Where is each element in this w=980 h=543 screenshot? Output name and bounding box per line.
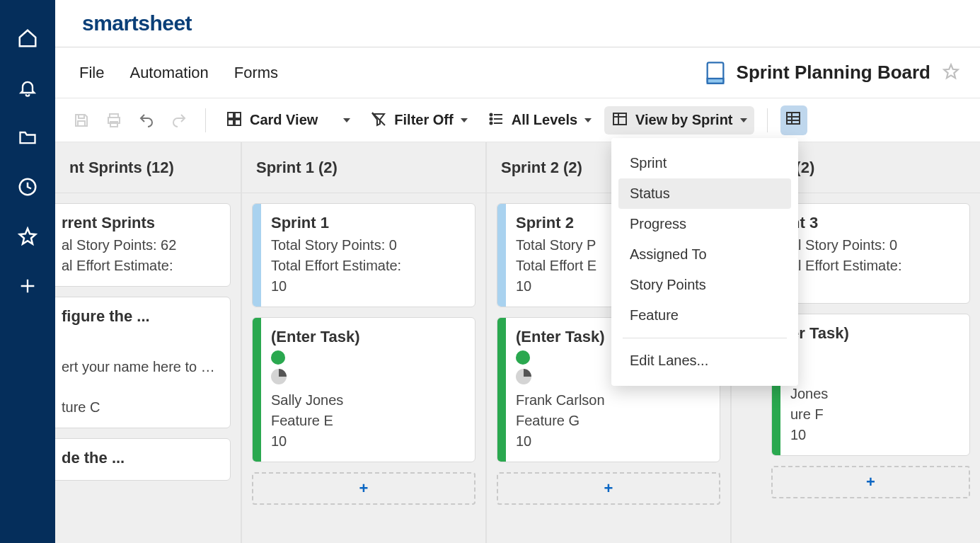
card-feature: Feature E — [271, 411, 462, 431]
plus-icon — [18, 276, 38, 296]
plus-label: + — [866, 473, 875, 491]
svg-rect-8 — [235, 113, 241, 118]
left-nav-rail — [0, 0, 55, 543]
card-summary[interactable]: Sprint 1 Total Story Points: 0 Total Eff… — [252, 203, 475, 307]
card-points: 10 — [271, 431, 462, 452]
svg-rect-2 — [707, 78, 723, 83]
card[interactable]: figure the ... ert your name here to us.… — [55, 297, 231, 428]
lane-current-sprints: nt Sprints (12) rrent Sprints al Story P… — [55, 142, 242, 543]
card-line: al Effort Estimate: — [790, 256, 957, 276]
card-points: 10 — [790, 425, 957, 445]
card-summary[interactable]: nt 3 al Story Points: 0 al Effort Estima… — [771, 203, 970, 304]
nav-notifications[interactable] — [0, 67, 55, 109]
lane-sprint-1: Sprint 1 (2) Sprint 1 Total Story Points… — [242, 142, 487, 543]
menubar: File Automation Forms Sprint Planning Bo… — [55, 47, 980, 98]
menu-file[interactable]: File — [79, 64, 104, 82]
favorite-toggle[interactable] — [942, 62, 960, 84]
svg-rect-10 — [235, 120, 241, 125]
dropdown-item-progress[interactable]: Progress — [618, 209, 791, 239]
card[interactable]: de the ... — [55, 438, 231, 481]
card-stripe — [497, 318, 506, 462]
filter-selector[interactable]: Filter Off — [363, 106, 474, 135]
card-title: Sprint 1 — [271, 214, 462, 232]
save-icon — [73, 112, 90, 129]
redo-icon — [171, 112, 188, 129]
card-summary[interactable]: rrent Sprints al Story Points: 62 al Eff… — [55, 203, 231, 287]
progress-pie-icon — [271, 369, 287, 384]
filter-icon — [370, 110, 387, 130]
plus-label: + — [359, 479, 369, 498]
board: nt Sprints (12) rrent Sprints al Story P… — [55, 142, 980, 543]
dropdown-edit-lanes[interactable]: Edit Lanes... — [618, 345, 791, 376]
view-mode-selector[interactable]: Card View — [219, 106, 357, 135]
save-button[interactable] — [68, 107, 95, 134]
nav-recents[interactable] — [0, 166, 55, 208]
menu-forms[interactable]: Forms — [234, 64, 278, 82]
card-line: 10 — [271, 276, 462, 297]
view-by-label: View by Sprint — [635, 112, 732, 128]
card-line: Total Effort Estimate: — [271, 256, 462, 276]
card-stripe — [253, 204, 261, 307]
svg-rect-9 — [228, 120, 234, 125]
card-points: 10 — [516, 431, 707, 452]
card-line: Total Story Points: 0 — [271, 235, 462, 256]
undo-button[interactable] — [133, 107, 160, 134]
dropdown-item-sprint[interactable]: Sprint — [618, 148, 791, 178]
lane-header[interactable]: Sprint 1 (2) — [242, 142, 485, 193]
nav-favorites[interactable] — [0, 215, 55, 258]
nav-home[interactable] — [0, 17, 55, 59]
add-card-button[interactable]: + — [252, 472, 475, 505]
bell-icon — [18, 78, 38, 98]
nav-browse[interactable] — [0, 116, 55, 159]
dropdown-item-feature[interactable]: Feature — [618, 300, 791, 331]
logo-row: smartsheet — [55, 0, 980, 47]
card-title: er Task) — [790, 324, 957, 343]
dropdown-item-status[interactable]: Status — [618, 178, 791, 209]
home-icon — [17, 28, 38, 49]
view-by-selector[interactable]: View by Sprint — [604, 106, 754, 135]
levels-label: All Levels — [512, 112, 577, 128]
columns-icon — [611, 110, 628, 130]
plus-label: + — [604, 479, 613, 498]
sheet-icon — [705, 61, 725, 85]
view-mode-label: Card View — [250, 112, 318, 128]
dropdown-item-assigned-to[interactable]: Assigned To — [618, 239, 791, 270]
undo-icon — [138, 112, 155, 129]
print-button[interactable] — [100, 107, 127, 134]
card-assignee: Frank Carlson — [516, 390, 707, 411]
lane-header[interactable]: nt Sprints (12) — [55, 142, 241, 193]
card-line: ert your name here to us... — [62, 357, 217, 377]
add-card-button[interactable]: + — [497, 472, 720, 505]
menu-automation[interactable]: Automation — [129, 64, 208, 82]
dropdown-separator — [623, 338, 787, 338]
card-line: ture C — [62, 397, 217, 418]
dropdown-item-story-points[interactable]: Story Points — [618, 270, 791, 300]
nav-create[interactable] — [0, 265, 55, 307]
card-title: rrent Sprints — [62, 214, 217, 232]
card-title: figure the ... — [62, 307, 217, 326]
filter-label: Filter Off — [394, 112, 453, 128]
main-area: smartsheet File Automation Forms Sprint … — [55, 0, 980, 543]
card-task[interactable]: er Task) Jones ure F 10 — [771, 314, 970, 456]
card-title: de the ... — [62, 449, 217, 467]
svg-rect-3 — [78, 121, 85, 126]
grid-view-toggle[interactable] — [780, 105, 807, 135]
levels-selector[interactable]: All Levels — [480, 106, 599, 135]
chevron-down-icon — [740, 118, 747, 122]
toolbar: Card View Filter Off All Levels View by … — [55, 98, 980, 142]
card-title: (Enter Task) — [271, 328, 462, 346]
star-icon — [17, 226, 38, 247]
card-line: al Story Points: 0 — [790, 235, 957, 256]
svg-point-11 — [490, 113, 492, 115]
board-scroll[interactable]: nt Sprints (12) rrent Sprints al Story P… — [55, 142, 980, 543]
levels-icon — [488, 110, 505, 130]
status-dot-icon — [271, 350, 285, 365]
redo-button[interactable] — [166, 107, 192, 134]
chevron-down-icon — [343, 118, 350, 122]
progress-pie-icon — [516, 369, 531, 384]
folder-icon — [17, 127, 38, 147]
svg-rect-15 — [787, 113, 800, 124]
svg-point-12 — [490, 118, 492, 120]
add-card-button[interactable]: + — [771, 466, 970, 498]
card-task[interactable]: (Enter Task) Sally Jones Feature E 10 — [252, 317, 475, 462]
